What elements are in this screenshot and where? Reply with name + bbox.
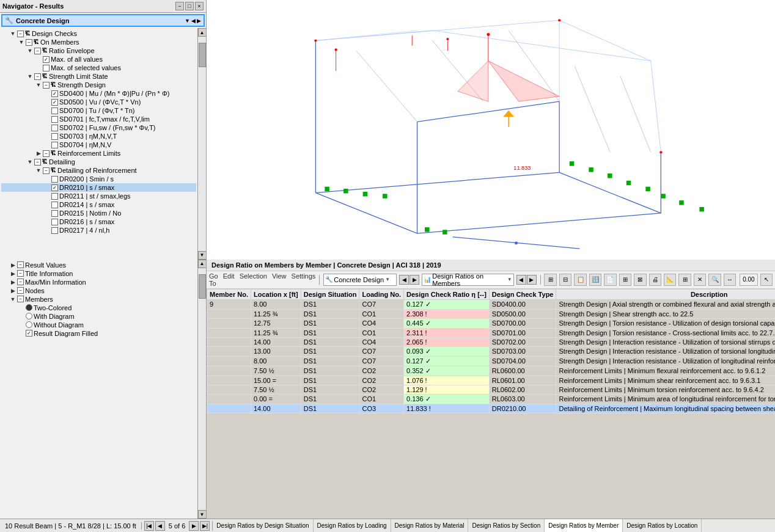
dropdown1-prev[interactable]: ◀ [399,275,409,285]
table-row[interactable]: 12.75DS1CO40.445 ✓SD0700.00Strength Desi… [207,318,776,328]
table-row[interactable]: 14.00DS1CO42.065 !SD0702.00Strength Desi… [207,337,776,346]
checkbox-title-info[interactable]: − [17,270,24,277]
icon-btn-11[interactable]: ✕ [694,274,706,286]
expand-btn-sd0701[interactable] [44,116,50,122]
expand-btn-max-all[interactable] [35,56,42,62]
bottom-scroll-thumb[interactable] [199,274,206,299]
checkbox-sd0701[interactable] [51,116,58,123]
table-row[interactable]: 7.50 ½DS1CO21.129 !RL0602.00Reinforcemen… [207,385,776,394]
expand-btn-max-selected[interactable] [35,65,42,71]
expand-btn-two-colored[interactable] [18,305,24,311]
table-row[interactable]: 7.50 ½DS1CO20.352 ✓RL0600.00Reinforcemen… [207,366,776,376]
menu-item-edit[interactable]: Edit [223,272,235,287]
checkbox-sd0700[interactable] [51,107,58,114]
table-row[interactable]: 0.00 =DS1CO10.136 ✓RL0603.00Reinforcemen… [207,394,776,404]
icon-btn-6[interactable]: ⊞ [619,274,631,286]
expand-btn-ratio-envelope[interactable]: ▼ [27,48,33,54]
icon-btn-4[interactable]: 🔢 [589,274,601,286]
expand-btn-dr0211[interactable] [44,193,50,199]
table-row[interactable]: 14.00DS1CO311.833 !DR0210.00Detailing of… [207,404,776,413]
tree-item-dr0217[interactable]: DR0217 | 4 / nl,h [1,226,196,235]
checkbox-sd0500[interactable]: ✓ [51,99,58,106]
tree-item-sd0702[interactable]: SD0702 | Fu,sw / (Fn,sw * Φv,T) [1,123,196,132]
tree-item-without-diagram[interactable]: Without Diagram [1,321,196,329]
tree-item-with-diagram[interactable]: With Diagram [1,312,196,321]
tree-item-sd0704[interactable]: SD0704 | ηM,N,V [1,140,196,149]
module-dropdown[interactable]: 🔧 Concrete Design ▼ [323,274,397,286]
tree-item-sd0701[interactable]: SD0701 | fc,T,vmax / fc,T,V,lim [1,115,196,123]
sidebar-maximize-btn[interactable]: □ [185,2,194,10]
bottom-scrollbar[interactable]: ▲ ▼ [197,260,206,519]
sidebar-close-btn[interactable]: × [195,2,204,10]
checkbox-nodes[interactable]: − [17,287,24,294]
icon-btn-1[interactable]: ⊞ [544,274,556,286]
checkbox-reinf-limits[interactable]: − [43,150,50,157]
scroll-up-arrow[interactable]: ▲ [198,28,207,37]
scroll-thumb[interactable] [199,43,206,67]
tree-item-title-info[interactable]: ▶−Title Information [1,269,196,278]
checkbox-dr0200[interactable] [51,176,58,183]
expand-btn-sd0400[interactable] [44,90,50,97]
status-last-btn[interactable]: ▶| [200,521,210,531]
tree-item-detailing[interactable]: ▼−🏗Detailing [1,158,196,166]
tree-item-dr0200[interactable]: DR0200 | Smin / s [1,175,196,183]
dropdown2-next[interactable]: ▶ [527,275,537,285]
expand-btn-reinf-limits[interactable]: ▶ [35,150,42,156]
expand-btn-strength-limit[interactable]: ▼ [27,73,33,79]
status-tab-2[interactable]: Design Ratios by Material [391,519,469,533]
status-first-btn[interactable]: |◀ [144,521,154,531]
expand-btn-dr0214[interactable] [44,202,50,208]
tree-item-dr0214[interactable]: DR0214 | s / smax [1,200,196,209]
expand-btn-detailing-reinf[interactable]: ▼ [35,167,42,173]
icon-btn-2[interactable]: ⊟ [559,274,571,286]
tree-item-dr0215[interactable]: DR0215 | Notim / No [1,209,196,217]
expand-btn-dr0200[interactable] [44,176,50,182]
checkbox-sd0702[interactable] [51,125,58,131]
status-prev-btn[interactable]: ◀ [155,521,165,531]
checkbox-design-checks[interactable]: − [17,31,24,37]
scroll-track[interactable] [198,37,207,251]
icon-btn-10[interactable]: ⊞ [678,274,691,286]
expand-btn-detailing[interactable]: ▼ [27,159,33,165]
scale-input[interactable]: 0.00 [740,274,757,286]
tree-item-sd0700[interactable]: SD0700 | Tu / (Φv,T * Tn) [1,106,196,115]
bottom-scroll-down[interactable]: ▼ [198,510,207,519]
tree-item-reinf-limits[interactable]: ▶−🏗Reinforcement Limits [1,149,196,158]
tree-item-dr0210[interactable]: ✓DR0210 | s / smax [1,183,196,192]
checkbox-dr0216[interactable] [51,219,58,225]
checkbox-members[interactable]: − [17,296,24,302]
tree-item-dr0216[interactable]: DR0216 | s / smax [1,217,196,226]
menu-item-view[interactable]: View [272,272,287,287]
status-tab-5[interactable]: Design Ratios by Location [623,519,702,533]
checkbox-two-colored[interactable] [26,304,32,311]
expand-btn-result-diagram[interactable] [18,330,24,337]
expand-btn-dr0215[interactable] [44,210,50,216]
checkbox-dr0215[interactable] [51,210,58,217]
table-row[interactable]: 8.00DS1CO70.127 ✓SD0704.00Strength Desig… [207,356,776,366]
dropdown-v-icon[interactable]: ▼ [185,18,190,24]
tree-item-members[interactable]: ▼−Members [1,295,196,304]
active-module-item[interactable]: 🔧 Concrete Design ▼ ◀ ▶ [1,14,205,27]
tree-item-sd0500[interactable]: ✓SD0500 | Vu / (ΦVc,T * Vn) [1,98,196,106]
checkbox-sd0704[interactable] [51,142,58,148]
checkbox-result-values[interactable]: − [17,261,24,268]
expand-btn-result-values[interactable]: ▶ [10,262,16,268]
checkbox-detailing[interactable]: − [34,159,41,166]
expand-btn-on-members[interactable]: ▼ [18,39,24,45]
status-next-btn[interactable]: ▶ [189,521,199,531]
tree-item-max-min[interactable]: ▶−Max/Min Information [1,278,196,286]
nav-left-icon[interactable]: ◀ [191,18,196,24]
checkbox-detailing-reinf[interactable]: − [43,167,50,174]
expand-btn-max-min[interactable]: ▶ [10,279,16,285]
tree-item-detailing-reinf[interactable]: ▼−🏗Detailing of Reinforcement [1,166,196,175]
expand-btn-members[interactable]: ▼ [10,296,16,302]
status-tab-4[interactable]: Design Ratios by Member [545,519,623,533]
tree-item-nodes[interactable]: ▶−Nodes [1,286,196,295]
checkbox-result-diagram[interactable]: ✓ [26,330,32,337]
tree-scrollbar[interactable]: ▲ ▼ [197,28,206,260]
sidebar-minimize-btn[interactable]: − [175,2,184,10]
bottom-scroll-track[interactable] [198,268,207,511]
dropdown1-next[interactable]: ▶ [410,275,419,285]
expand-btn-dr0216[interactable] [44,219,50,225]
icon-btn-8[interactable]: 🖨 [649,274,661,286]
